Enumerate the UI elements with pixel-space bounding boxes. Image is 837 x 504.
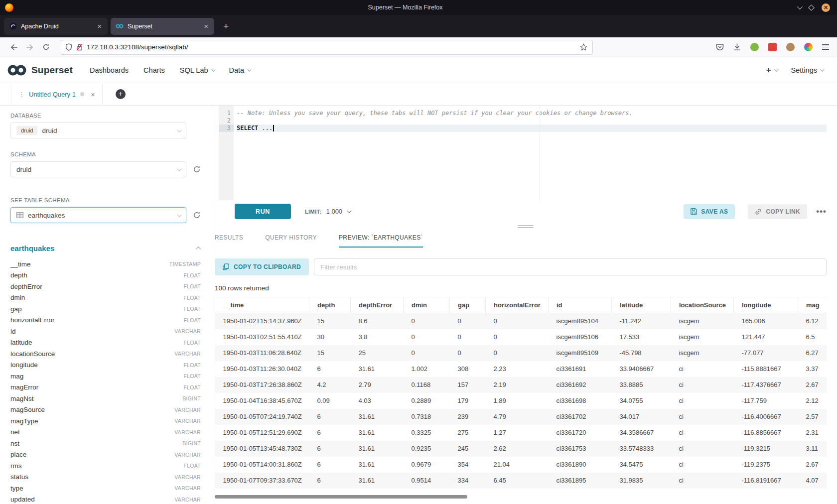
window-maximize-button[interactable] — [808, 4, 815, 11]
forward-button[interactable] — [22, 40, 38, 54]
results-table: __timedepthdepthErrordmingaphorizontalEr… — [215, 297, 827, 489]
query-tab-close-icon[interactable]: × — [91, 90, 95, 99]
browser-tab-apache-druid[interactable]: Apache Druid × — [4, 18, 108, 35]
extension-pinwheel-icon[interactable] — [804, 43, 813, 51]
column-header[interactable]: longitude — [734, 297, 798, 313]
tab-preview-earthquakes[interactable]: PREVIEW: `EARTHQUAKES` — [339, 234, 423, 248]
refresh-tables-icon[interactable] — [193, 211, 201, 219]
window-close-button[interactable]: ✕ — [822, 3, 830, 12]
column-header[interactable]: latitude — [612, 297, 671, 313]
extension-shield-icon[interactable] — [768, 43, 777, 51]
tab-close-icon[interactable]: × — [96, 22, 103, 30]
schema-column-row[interactable]: idVARCHAR — [10, 326, 201, 337]
collapse-chevron-up-icon[interactable] — [196, 247, 201, 252]
back-button[interactable] — [6, 40, 22, 54]
column-header[interactable]: __time — [215, 297, 309, 313]
column-name: net — [10, 428, 20, 436]
reload-button[interactable] — [38, 40, 54, 54]
nav-item-data[interactable]: Data — [229, 66, 251, 74]
column-name: status — [10, 473, 28, 481]
url-bar[interactable]: 172.18.0.3:32108/superset/sqllab/ — [60, 40, 593, 55]
column-header[interactable]: gap — [450, 297, 486, 313]
schema-column-row[interactable]: dminFLOAT — [10, 292, 201, 304]
superset-favicon-icon — [116, 22, 124, 30]
schema-column-row[interactable]: rmsFLOAT — [10, 460, 201, 472]
tab-query-history[interactable]: QUERY HISTORY — [265, 234, 317, 248]
superset-brand[interactable]: Superset — [7, 64, 73, 76]
copy-link-button[interactable]: COPY LINK — [748, 204, 807, 219]
browser-tab-superset[interactable]: Superset × — [111, 18, 214, 35]
sql-editor[interactable]: 1 2 3 -- Note: Unless you save your quer… — [219, 106, 827, 200]
add-query-tab-button[interactable]: + — [116, 89, 126, 99]
schema-column-row[interactable]: gapFLOAT — [10, 303, 201, 315]
shield-icon[interactable] — [65, 43, 72, 51]
schema-column-row[interactable]: nstBIGINT — [10, 438, 201, 449]
schema-column-row[interactable]: statusVARCHAR — [10, 472, 201, 483]
new-tab-button[interactable]: + — [219, 20, 233, 33]
pocket-icon[interactable] — [716, 43, 724, 51]
tab-close-icon[interactable]: × — [203, 22, 209, 30]
schema-column-row[interactable]: typeVARCHAR — [10, 483, 201, 494]
schema-select[interactable]: druid — [10, 161, 186, 177]
limit-dropdown[interactable]: LIMIT: 1 000 — [305, 208, 350, 215]
schema-column-row[interactable]: horizontalErrorFLOAT — [10, 315, 201, 326]
editor-toolbar: RUN LIMIT: 1 000 SAVE AS — [214, 200, 837, 223]
schema-column-row[interactable]: magTypeVARCHAR — [10, 415, 201, 427]
nav-item-dashboards[interactable]: Dashboards — [90, 66, 129, 74]
table-cell: ci — [671, 425, 734, 441]
tab-menu-icon[interactable]: ⋮ — [18, 91, 24, 98]
refresh-schema-icon[interactable] — [193, 165, 201, 173]
schema-column-row[interactable]: magSourceVARCHAR — [10, 404, 201, 416]
schema-column-row[interactable]: depthFLOAT — [10, 270, 201, 281]
nav-item-charts[interactable]: Charts — [143, 66, 165, 74]
schema-column-row[interactable]: updatedVARCHAR — [10, 494, 201, 504]
schema-column-row[interactable]: magFLOAT — [10, 371, 201, 382]
column-name: horizontalError — [10, 316, 55, 324]
bookmark-star-icon[interactable] — [580, 43, 587, 51]
browser-tab-bar: Apache Druid × Superset × + — [0, 15, 837, 37]
column-header[interactable]: locationSource — [671, 297, 734, 313]
tab-results[interactable]: RESULTS — [215, 234, 243, 248]
column-header[interactable]: depth — [309, 297, 351, 313]
save-as-button[interactable]: SAVE AS — [684, 204, 735, 219]
table-cell: 239 — [450, 409, 486, 425]
downloads-icon[interactable] — [733, 43, 741, 51]
database-select[interactable]: druid druid — [10, 123, 186, 138]
column-header[interactable]: id — [549, 297, 612, 313]
table-cell: 4.03 — [351, 393, 404, 409]
chevron-down-icon — [820, 67, 824, 71]
schema-column-row[interactable]: longitudeFLOAT — [10, 360, 201, 371]
window-minimize-button[interactable] — [797, 4, 803, 9]
column-header[interactable]: mag — [798, 297, 827, 313]
more-actions-button[interactable]: ••• — [816, 207, 827, 217]
copy-to-clipboard-button[interactable]: COPY TO CLIPBOARD — [215, 258, 309, 275]
column-header[interactable]: dmin — [404, 297, 450, 313]
insecure-lock-icon[interactable] — [76, 43, 83, 51]
pane-resize-handle[interactable] — [214, 223, 837, 231]
schema-column-row[interactable]: magErrorFLOAT — [10, 382, 201, 393]
schema-column-row[interactable]: locationSourceVARCHAR — [10, 348, 201, 360]
schema-column-row[interactable]: latitudeFLOAT — [10, 337, 201, 349]
scrollbar-thumb[interactable] — [215, 495, 467, 499]
extension-avatar-icon[interactable] — [786, 43, 795, 51]
column-header[interactable]: depthError — [351, 297, 404, 313]
filter-results-input[interactable] — [314, 258, 827, 275]
schema-column-row[interactable]: __timeTIMESTAMP — [10, 258, 201, 270]
column-type: FLOAT — [183, 306, 201, 312]
schema-column-row[interactable]: magNstBIGINT — [10, 393, 201, 404]
extension-green-icon[interactable] — [750, 43, 759, 51]
menu-icon[interactable] — [822, 44, 829, 50]
run-button[interactable]: RUN — [235, 204, 291, 219]
column-type: VARCHAR — [174, 351, 201, 357]
query-tab-untitled-query-1[interactable]: ⋮ Untitled Query 1 × — [11, 83, 103, 106]
table-select[interactable]: earthquakes — [10, 207, 186, 223]
schema-column-row[interactable]: depthErrorFLOAT — [10, 281, 201, 292]
column-type: FLOAT — [183, 463, 201, 469]
schema-column-row[interactable]: netVARCHAR — [10, 427, 201, 438]
schema-column-row[interactable]: placeVARCHAR — [10, 449, 201, 461]
column-header[interactable]: horizontalError — [486, 297, 549, 313]
new-item-button[interactable]: + — [766, 65, 777, 75]
table-cell: 4.2 — [309, 377, 351, 393]
settings-menu[interactable]: Settings — [791, 66, 823, 74]
nav-item-sql-lab[interactable]: SQL Lab — [180, 66, 214, 74]
